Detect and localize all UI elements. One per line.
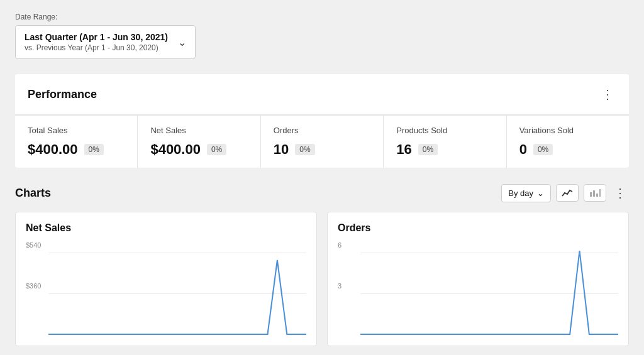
metric-label-variations-sold: Variations Sold <box>519 126 616 135</box>
metric-value-net-sales: $400.00 <box>150 141 201 158</box>
net-sales-y-mid: $360 <box>26 282 41 290</box>
date-range-label: Date Range: <box>15 13 629 21</box>
metric-variations-sold: Variations Sold 0 0% <box>507 116 629 168</box>
metric-orders: Orders 10 0% <box>261 116 384 168</box>
metric-net-sales: Net Sales $400.00 0% <box>138 116 260 168</box>
svg-rect-1 <box>593 190 595 197</box>
metric-badge-products-sold: 0% <box>418 144 438 155</box>
net-sales-chart-area: $540 $360 <box>26 241 306 336</box>
page: Date Range: Last Quarter (Apr 1 - Jun 30… <box>0 0 644 355</box>
orders-chart-area: 6 3 <box>338 241 618 336</box>
charts-header: Charts By day ⌄ <box>15 183 629 203</box>
metric-label-products-sold: Products Sold <box>396 126 493 135</box>
bar-chart-button[interactable] <box>584 184 606 202</box>
metric-products-sold: Products Sold 16 0% <box>384 116 506 168</box>
metric-badge-orders: 0% <box>295 144 314 155</box>
by-day-label: By day <box>508 188 533 198</box>
performance-header: Performance ⋮ <box>15 74 629 115</box>
charts-controls: By day ⌄ <box>501 183 629 203</box>
metric-value-row-net-sales: $400.00 0% <box>150 141 247 158</box>
performance-menu-button[interactable]: ⋮ <box>599 84 616 104</box>
svg-rect-3 <box>599 189 601 197</box>
charts-section: Charts By day ⌄ <box>15 183 629 346</box>
orders-y-mid: 3 <box>338 282 341 290</box>
metric-value-row-total-sales: $400.00 0% <box>28 141 125 158</box>
by-day-dropdown[interactable]: By day ⌄ <box>501 184 551 202</box>
metric-label-orders: Orders <box>274 126 370 135</box>
metrics-row: Total Sales $400.00 0% Net Sales $400.00… <box>15 115 629 168</box>
metric-label-total-sales: Total Sales <box>28 126 125 135</box>
orders-chart-card: Orders 6 3 <box>327 212 629 346</box>
metric-value-variations-sold: 0 <box>519 141 527 158</box>
date-range-main: Last Quarter (Apr 1 - Jun 30, 2021) <box>25 32 168 42</box>
orders-chart-svg <box>360 241 618 336</box>
metric-value-orders: 10 <box>274 141 289 158</box>
svg-rect-0 <box>590 192 592 197</box>
metric-value-row-orders: 10 0% <box>274 141 370 158</box>
metric-total-sales: Total Sales $400.00 0% <box>15 116 138 168</box>
line-chart-icon <box>562 188 573 197</box>
metric-badge-variations-sold: 0% <box>533 144 553 155</box>
net-sales-y-top: $540 <box>26 241 41 249</box>
metric-value-total-sales: $400.00 <box>28 141 78 158</box>
line-chart-button[interactable] <box>556 184 579 202</box>
metric-badge-total-sales: 0% <box>84 144 104 155</box>
metric-value-row-products-sold: 16 0% <box>396 141 493 158</box>
svg-rect-2 <box>596 194 598 197</box>
metric-badge-net-sales: 0% <box>207 144 226 155</box>
metric-label-net-sales: Net Sales <box>150 126 247 135</box>
net-sales-chart-card: Net Sales $540 $360 <box>15 212 317 346</box>
charts-title: Charts <box>15 187 51 200</box>
performance-title: Performance <box>28 88 97 101</box>
net-sales-chart-title: Net Sales <box>26 222 306 234</box>
chevron-down-icon: ⌄ <box>178 36 186 48</box>
performance-section: Performance ⋮ Total Sales $400.00 0% Net… <box>15 74 629 168</box>
charts-menu-button[interactable]: ⋮ <box>611 183 629 203</box>
metric-value-row-variations-sold: 0 0% <box>519 141 616 158</box>
date-range-text: Last Quarter (Apr 1 - Jun 30, 2021) vs. … <box>25 32 168 52</box>
charts-row: Net Sales $540 $360 Orders 6 3 <box>15 212 629 346</box>
date-range-sub: vs. Previous Year (Apr 1 - Jun 30, 2020) <box>25 43 168 52</box>
orders-y-top: 6 <box>338 241 341 249</box>
net-sales-chart-svg <box>48 241 306 336</box>
by-day-chevron-icon: ⌄ <box>537 188 544 198</box>
metric-value-products-sold: 16 <box>396 141 411 158</box>
orders-chart-title: Orders <box>338 222 618 234</box>
date-range-dropdown[interactable]: Last Quarter (Apr 1 - Jun 30, 2021) vs. … <box>15 25 196 59</box>
bar-chart-icon <box>589 188 601 197</box>
